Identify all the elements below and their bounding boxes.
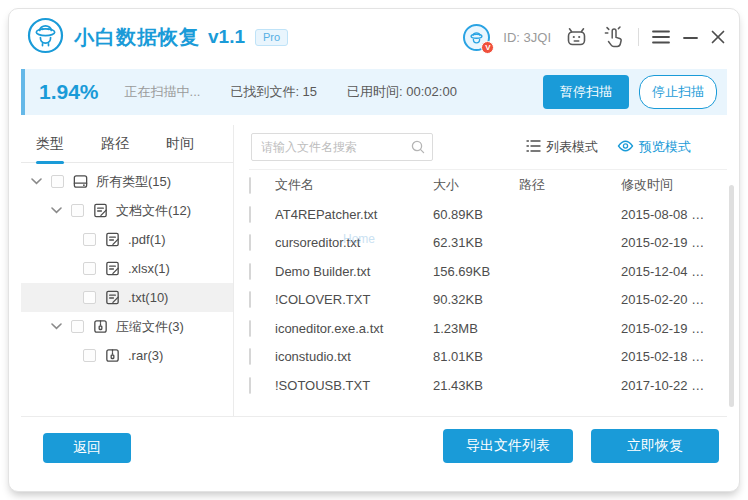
tab-path[interactable]: 路径 <box>101 125 129 163</box>
archive-icon <box>92 318 109 335</box>
list-mode-label: 列表模式 <box>546 138 598 156</box>
user-avatar[interactable]: V <box>463 24 490 51</box>
scan-progress-bar: 1.94% 正在扫描中... 已找到文件: 15 已用时间: 00:02:00 … <box>21 69 727 115</box>
tree-item-pdf[interactable]: .pdf(1) <box>21 225 233 254</box>
checkbox[interactable] <box>71 320 84 333</box>
app-version: v1.1 <box>208 26 245 48</box>
hand-tap-icon[interactable] <box>602 25 625 49</box>
preview-mode-button[interactable]: 预览模式 <box>617 138 691 156</box>
file-name: !SOTOUSB.TXT <box>275 378 433 393</box>
document-icon <box>104 289 121 306</box>
view-mode-toggle: 列表模式 预览模式 <box>526 138 691 156</box>
checkbox[interactable] <box>249 234 251 251</box>
table-row[interactable]: iconstudio.txt 81.01KB 2015-02-18 18:40.… <box>249 343 713 372</box>
tree-item-documents[interactable]: 文档文件(12) <box>21 196 233 225</box>
column-size[interactable]: 大小 <box>433 176 519 194</box>
file-modified: 2015-02-18 18:40... <box>621 349 713 364</box>
file-type-tree: 所有类型(15) 文档文件(12) <box>21 167 233 370</box>
checkbox[interactable] <box>71 204 84 217</box>
file-size: 60.89KB <box>433 207 519 222</box>
checkbox[interactable] <box>83 349 96 362</box>
file-name: iconstudio.txt <box>275 349 433 364</box>
search-box <box>251 133 433 161</box>
table-row[interactable]: Demo Builder.txt 156.69KB 2015-12-04 04:… <box>249 257 713 286</box>
search-input[interactable] <box>251 133 433 161</box>
table-row[interactable]: AT4REPatcher.txt 60.89KB 2015-08-08 08:3… <box>249 200 713 229</box>
tree-item-label: .xlsx(1) <box>128 261 170 276</box>
tab-type[interactable]: 类型 <box>36 125 64 163</box>
tree-item-all-types[interactable]: 所有类型(15) <box>21 167 233 196</box>
menu-icon[interactable] <box>652 30 670 44</box>
table-row[interactable]: iconeditor.exe.a.txt 1.23MB 2015-02-19 2… <box>249 314 713 343</box>
file-size: 62.31KB <box>433 235 519 250</box>
file-name: Demo Builder.txt <box>275 264 433 279</box>
sidebar-tabs: 类型 路径 时间 <box>21 125 233 163</box>
file-size: 1.23MB <box>433 321 519 336</box>
pause-scan-button[interactable]: 暂停扫描 <box>543 75 629 109</box>
chevron-down-icon[interactable] <box>31 178 44 185</box>
stop-scan-button[interactable]: 停止扫描 <box>639 75 717 109</box>
vip-badge: V <box>481 41 494 54</box>
tree-item-xlsx[interactable]: .xlsx(1) <box>21 254 233 283</box>
checkbox[interactable] <box>51 175 64 188</box>
tree-item-label: 压缩文件(3) <box>116 318 184 336</box>
table-row[interactable]: !SOTOUSB.TXT 21.43KB 2017-10-22 18:48... <box>249 371 713 400</box>
table-scrollbar[interactable] <box>729 185 734 407</box>
document-icon <box>104 260 121 277</box>
column-path[interactable]: 路径 <box>519 176 621 194</box>
scan-status: 正在扫描中... <box>125 83 201 101</box>
file-size: 156.69KB <box>433 264 519 279</box>
tree-item-archives[interactable]: 压缩文件(3) <box>21 312 233 341</box>
column-filename[interactable]: 文件名 <box>275 176 433 194</box>
file-modified: 2015-12-04 04:29... <box>621 264 713 279</box>
checkbox[interactable] <box>249 348 251 365</box>
checkbox[interactable] <box>83 291 96 304</box>
tab-time[interactable]: 时间 <box>166 125 194 163</box>
export-file-list-button[interactable]: 导出文件列表 <box>443 429 573 463</box>
chevron-down-icon[interactable] <box>51 323 64 330</box>
chevron-down-icon[interactable] <box>51 207 64 214</box>
list-icon <box>526 139 541 156</box>
eye-icon <box>617 140 634 155</box>
back-button[interactable]: 返回 <box>43 433 131 463</box>
app-logo-icon <box>27 17 64 58</box>
search-icon[interactable] <box>410 139 426 159</box>
checkbox[interactable] <box>249 320 251 337</box>
user-id: ID: 3JQI <box>503 30 551 45</box>
file-size: 90.32KB <box>433 292 519 307</box>
checkbox[interactable] <box>83 262 96 275</box>
checkbox[interactable] <box>249 291 251 308</box>
checkbox[interactable] <box>83 233 96 246</box>
file-modified: 2015-02-20 03:56... <box>621 292 713 307</box>
recover-now-button[interactable]: 立即恢复 <box>591 429 719 463</box>
checkbox[interactable] <box>249 206 251 223</box>
tree-item-label: 所有类型(15) <box>96 173 171 191</box>
tree-item-txt[interactable]: .txt(10) <box>21 283 233 312</box>
file-name: iconeditor.exe.a.txt <box>275 321 433 336</box>
close-icon[interactable] <box>711 30 725 44</box>
file-size: 21.43KB <box>433 378 519 393</box>
drive-icon <box>72 173 89 190</box>
checkbox[interactable] <box>249 377 251 394</box>
table-row[interactable]: !COLOVER.TXT 90.32KB 2015-02-20 03:56... <box>249 286 713 315</box>
tree-item-rar[interactable]: .rar(3) <box>21 341 233 370</box>
titlebar-brand: 小白数据恢复 v1.1 Pro <box>27 9 288 65</box>
column-modified[interactable]: 修改时间 <box>621 176 713 194</box>
file-table: AT4REPatcher.txt 60.89KB 2015-08-08 08:3… <box>249 200 713 400</box>
pro-badge: Pro <box>255 29 288 46</box>
tree-item-label: .txt(10) <box>128 290 168 305</box>
file-name: AT4REPatcher.txt <box>275 207 433 222</box>
tree-item-label: 文档文件(12) <box>116 202 191 220</box>
app-title: 小白数据恢复 <box>74 24 200 51</box>
titlebar-divider <box>638 28 639 46</box>
checkbox[interactable] <box>249 263 251 280</box>
select-all-checkbox[interactable] <box>249 177 251 194</box>
sidebar-divider <box>233 125 234 416</box>
list-mode-button[interactable]: 列表模式 <box>526 138 598 156</box>
file-modified: 2015-02-19 22:57... <box>621 321 713 336</box>
minimize-icon[interactable] <box>683 30 698 44</box>
robot-assistant-icon[interactable] <box>564 26 589 49</box>
file-name: cursoreditor.txt <box>275 235 433 250</box>
file-size: 81.01KB <box>433 349 519 364</box>
table-row[interactable]: cursoreditor.txt 62.31KB 2015-02-19 00:4… <box>249 229 713 258</box>
